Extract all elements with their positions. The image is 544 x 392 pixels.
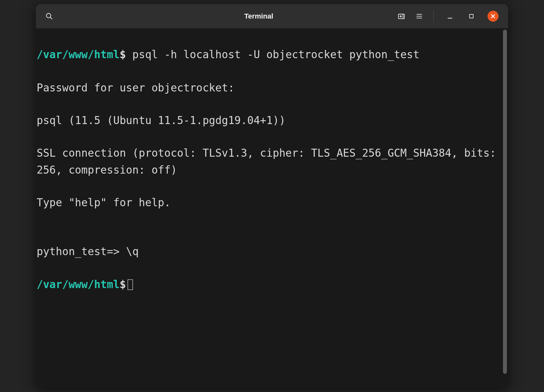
terminal-output-line: Type "help" for help.	[36, 195, 506, 211]
terminal-line: python_test=> \q	[36, 244, 506, 260]
terminal-line: /var/www/html$ psql -h localhost -U obje…	[36, 47, 506, 63]
titlebar-divider	[433, 10, 434, 22]
prompt-symbol: $	[120, 49, 126, 61]
hamburger-menu-icon[interactable]	[411, 8, 427, 24]
command-text: psql -h localhost -U objectrocket python…	[126, 49, 420, 61]
psql-command: \q	[126, 246, 139, 258]
close-button[interactable]	[487, 11, 499, 21]
window-title: Terminal	[129, 12, 388, 20]
svg-rect-9	[469, 14, 473, 18]
prompt-path: /var/www/html	[36, 49, 119, 61]
terminal-body[interactable]: /var/www/html$ psql -h localhost -U obje…	[36, 29, 508, 388]
new-tab-icon[interactable]	[394, 8, 410, 24]
terminal-output-line: psql (11.5 (Ubuntu 11.5-1.pgdg19.04+1))	[36, 113, 506, 129]
terminal-output-line: SSL connection (protocol: TLSv1.3, ciphe…	[36, 145, 506, 178]
titlebar: Terminal	[36, 4, 508, 29]
cursor-icon	[128, 279, 133, 290]
prompt-path: /var/www/html	[36, 278, 119, 291]
scrollbar-thumb[interactable]	[503, 30, 507, 374]
search-icon[interactable]	[41, 8, 57, 24]
terminal-output-line: Password for user objectrocket:	[36, 80, 506, 96]
terminal-line: /var/www/html$	[36, 277, 506, 293]
svg-line-1	[50, 17, 52, 19]
minimize-button[interactable]	[444, 11, 455, 21]
maximize-button[interactable]	[466, 11, 477, 21]
prompt-symbol: $	[120, 278, 126, 291]
psql-prompt: python_test=>	[36, 246, 126, 258]
scrollbar[interactable]	[503, 30, 507, 383]
terminal-window: Terminal	[36, 4, 508, 388]
